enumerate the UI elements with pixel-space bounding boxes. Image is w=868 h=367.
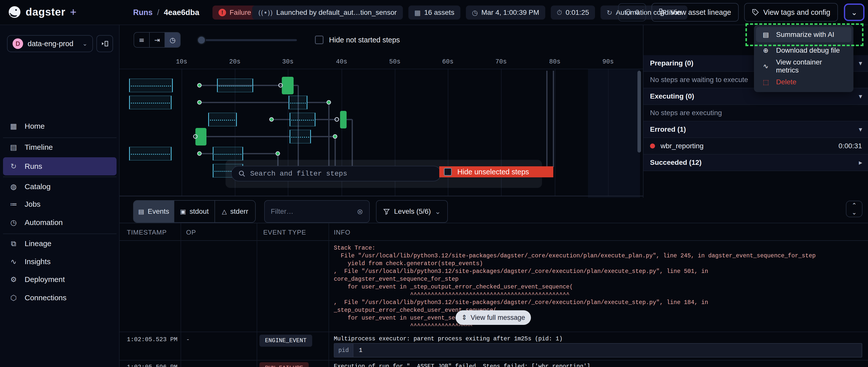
- axis-tick: 60s: [442, 58, 453, 65]
- sidebar-item-label: Automation: [25, 218, 63, 227]
- gantt-connector-dot: [197, 83, 202, 88]
- breadcrumb-runs-link[interactable]: Runs: [133, 8, 153, 17]
- status-section-label: Errored (1): [650, 126, 686, 133]
- dagster-app: dagster + Runs / 4eae6dba ! Failure ((•)…: [0, 0, 868, 367]
- badge-label: Mar 4, 1:00:39 PM: [481, 8, 539, 16]
- log-row-divider: [120, 332, 868, 332]
- sidebar-item-deployment[interactable]: ⚙Deployment: [3, 270, 117, 289]
- sidebar-collapse-button[interactable]: [96, 35, 113, 52]
- gantt-connector-dot: [327, 100, 331, 105]
- view-asset-lineage-label: View asset lineage: [671, 8, 731, 16]
- status-section-header[interactable]: Errored (1)▾: [644, 122, 868, 138]
- errored-step-row[interactable]: wbr_reporting0:00:31: [644, 138, 868, 155]
- column-header-timestamp: TIMESTAMP: [127, 223, 167, 241]
- gantt-step-bar-not-started[interactable]: [288, 96, 307, 109]
- menu-item-delete[interactable]: ⬚Delete: [756, 74, 851, 90]
- sidebar-item-runs[interactable]: ↻Runs: [3, 157, 117, 175]
- gantt-step-bar-not-started[interactable]: [217, 78, 253, 92]
- axis-tick: 40s: [336, 58, 347, 65]
- gantt-bottom-scrollbar[interactable]: [120, 196, 643, 196]
- notifications-button[interactable]: 0: [618, 3, 646, 21]
- axis-tick: 50s: [389, 58, 400, 65]
- gantt-step-bar-not-started[interactable]: [208, 113, 237, 127]
- gantt-gridline: [182, 69, 182, 196]
- log-info-text: Multiprocess executor: parent process ex…: [334, 336, 563, 342]
- view-full-message-button[interactable]: ⇕View full message: [456, 310, 531, 325]
- timeline-icon: ▤: [9, 143, 18, 152]
- run-tag-badge: ⏱0:01:25: [551, 5, 595, 20]
- gantt-step-bar-succeeded[interactable]: [282, 77, 293, 94]
- gantt-flat-view-button[interactable]: ≡: [134, 33, 150, 47]
- step-search-input[interactable]: Search and filter steps: [231, 166, 441, 181]
- metadata-table: pid1: [334, 343, 862, 358]
- gantt-step-bar-not-started[interactable]: [129, 78, 173, 92]
- sidebar-item-label: Jobs: [25, 200, 40, 208]
- hide-unselected-checkbox[interactable]: [444, 168, 452, 176]
- sidebar-item-automation[interactable]: ◷Automation: [3, 213, 117, 232]
- deployment-selector[interactable]: D data-eng-prod ⌄: [7, 35, 93, 52]
- gantt-step-bar-succeeded[interactable]: [340, 111, 347, 128]
- log-levels-dropdown[interactable]: Levels (5/6) ⌄: [376, 200, 448, 223]
- connections-icon: ⬡: [9, 294, 18, 302]
- tab-events[interactable]: ▤Events: [134, 201, 174, 222]
- menu-item-view-container-metrics[interactable]: ∿View container metrics: [756, 59, 851, 74]
- step-duration: 0:00:31: [839, 142, 862, 150]
- gantt-connector: [311, 136, 335, 137]
- gantt-zoom-slider[interactable]: [200, 39, 297, 41]
- log-timestamp: 1:02:05.523 PM: [127, 336, 178, 343]
- badge-icon: ((•)): [258, 9, 273, 16]
- sidebar-item-timeline[interactable]: ▤Timeline: [3, 138, 117, 156]
- tab-label: Events: [148, 207, 169, 215]
- run-actions-dropdown-button[interactable]: ⌄: [844, 3, 865, 21]
- tab-stdout[interactable]: ▣stdout: [174, 201, 215, 222]
- sidebar-item-home[interactable]: ▦Home: [3, 117, 117, 135]
- gantt-step-bar-not-started[interactable]: [289, 130, 311, 143]
- metadata-value: 1: [353, 344, 862, 357]
- event-type-badge-run-failure: RUN_FAILURE: [259, 362, 309, 367]
- gantt-step-bar-not-started[interactable]: [129, 147, 172, 161]
- gantt-connector: [307, 102, 329, 103]
- home-icon: ▦: [9, 122, 18, 130]
- gantt-step-bar-not-started[interactable]: [289, 113, 315, 127]
- sidebar-item-connections[interactable]: ⬡Connections: [3, 289, 117, 307]
- status-section-label: Executing (0): [650, 92, 694, 100]
- gantt-timed-view-button[interactable]: ◷: [165, 33, 180, 47]
- gantt-connector-circle: [193, 134, 198, 139]
- gantt-vertical-scrollbar[interactable]: [638, 71, 641, 153]
- gantt-waterfall-view-button[interactable]: ⇥: [150, 33, 165, 47]
- hide-not-started-checkbox[interactable]: [315, 36, 323, 44]
- tab-label: stderr: [230, 207, 248, 215]
- log-expand-collapse-button[interactable]: ⌃⌄: [846, 201, 863, 217]
- sidebar-item-catalog[interactable]: ◍Catalog: [3, 177, 117, 196]
- sidebar-item-lineage[interactable]: ⧉Lineage: [3, 235, 117, 253]
- run-tag-badge: ((•))Launched by default_aut…tion_sensor: [252, 5, 403, 20]
- view-asset-lineage-button[interactable]: View asset lineage: [651, 3, 739, 22]
- chevron-down-icon: ▾: [859, 93, 862, 100]
- status-badge-failure: ! Failure: [213, 5, 257, 20]
- deployment-icon: ⚙: [9, 275, 18, 284]
- log-filter-input[interactable]: Filter… ⊗: [264, 200, 370, 223]
- sidebar-item-insights[interactable]: ∿Insights: [3, 253, 117, 271]
- gantt-step-bar-not-started[interactable]: [129, 96, 172, 109]
- collapse-sidebar-icon: [100, 40, 109, 47]
- gantt-step-bar-not-started[interactable]: [213, 147, 243, 161]
- tab-stderr[interactable]: △stderr: [215, 201, 255, 222]
- view-tags-and-config-label: View tags and config: [763, 8, 830, 16]
- breadcrumb: Runs / 4eae6dba: [133, 0, 199, 25]
- download-icon: ⊕: [762, 47, 770, 54]
- chevron-down-icon: ⌄: [82, 40, 87, 47]
- axis-tick: 20s: [229, 58, 240, 65]
- view-tags-and-config-button[interactable]: View tags and config: [744, 3, 838, 22]
- gantt-chart[interactable]: Search and filter steps Hide unselected …: [120, 69, 643, 198]
- status-section-header[interactable]: Succeeded (12)▸: [644, 155, 868, 171]
- status-empty-text: No steps are waiting to execute: [650, 76, 748, 84]
- clear-filter-icon[interactable]: ⊗: [357, 207, 363, 216]
- run-logs-section: ▤Events▣stdout△stderr Filter… ⊗ Levels (…: [120, 198, 868, 367]
- sidebar-item-jobs[interactable]: ≔Jobs: [3, 195, 117, 213]
- gantt-zoom-slider-handle[interactable]: [197, 36, 206, 45]
- annotation-green-dashed-box: [745, 23, 864, 46]
- top-bar: dagster + Runs / 4eae6dba ! Failure ((•)…: [0, 0, 868, 25]
- expand-icon: ⇕: [461, 313, 467, 322]
- dagster-logo[interactable]: dagster +: [7, 5, 76, 19]
- lineage-icon: ⧉: [9, 239, 18, 248]
